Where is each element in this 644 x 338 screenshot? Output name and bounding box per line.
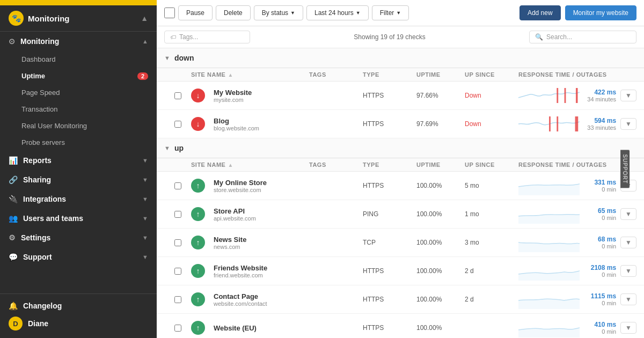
col-site-name-up[interactable]: SITE NAME ▲ [191,161,309,168]
response-cell: 65 ms 0 min ▼ [518,204,636,224]
status-icon-down: ↓ [191,89,205,102]
row-action-btn[interactable]: ▼ [620,90,636,101]
filter-button[interactable]: Filter ▼ [372,5,409,20]
row-action-btn[interactable]: ▼ [620,208,636,220]
sidebar-group-users-teams[interactable]: 👥 Users and teams ▼ [0,209,157,228]
response-min: 0 min [584,186,616,193]
response-cell: 1115 ms 0 min ▼ [518,290,636,309]
site-url: website.com/contact [214,300,267,307]
table-row: ↑ News Site news.com TCP 100.00% 3 mo 68… [157,229,644,257]
response-ms: 410 ms [584,321,616,328]
col-uptime: 97.69% [416,120,465,128]
sidebar-item-uptime[interactable]: Uptime 2 [0,68,157,84]
select-all-checkbox[interactable] [164,8,175,18]
col-up-since: Down [465,120,518,128]
search-icon: 🔍 [535,33,543,41]
tag-icon: 🏷 [170,34,176,40]
row-action-btn[interactable]: ▼ [620,237,636,248]
sidebar-group-support[interactable]: 💬 Support ▼ [0,247,157,267]
status-icon-up: ↑ [191,179,205,193]
chart-mini-friendswebsite [518,261,580,281]
monitoring-label: Monitoring [20,37,59,46]
sidebar-group-sharing[interactable]: 🔗 Sharing ▼ [0,170,157,189]
status-icon-up: ↑ [191,236,205,249]
row-action-btn[interactable]: ▼ [620,118,636,130]
site-url: store.website.com [214,187,267,193]
response-min: 33 minutes [584,124,616,131]
site-info-websiteu: Website (EU) [209,324,257,332]
row-checkbox-contactpage[interactable] [164,296,191,303]
sidebar-group-monitoring[interactable]: ⊙ Monitoring ▲ [0,32,157,51]
row-checkbox-newssite[interactable] [164,239,191,246]
add-new-button[interactable]: Add new [519,5,561,20]
col-site-name[interactable]: SITE NAME ▲ [191,71,309,78]
response-min: 0 min [584,215,616,221]
row-action-btn[interactable]: ▼ [620,293,636,305]
response-info: 422 ms 34 minutes [584,89,616,102]
last-24h-button[interactable]: Last 24 hours ▼ [306,5,369,20]
pause-button[interactable]: Pause [178,5,213,20]
users-teams-label: Users and teams [23,214,83,223]
row-checkbox-websiteu[interactable] [164,325,191,332]
up-section-toggle[interactable]: ▼ [164,145,170,151]
site-cell-mywebsite: ↓ My Website mysite.com [191,89,309,103]
up-section-header: ▼ up [157,138,644,158]
sidebar-group-settings[interactable]: ⚙ Settings ▼ [0,228,157,247]
response-ms: 594 ms [584,117,616,124]
row-checkbox-storeapi[interactable] [164,211,191,218]
down-col-headers: SITE NAME ▲ TAGS TYPE UPTIME UP SINCE RE… [157,68,644,82]
response-ms: 68 ms [584,236,616,243]
site-cell-newssite: ↑ News Site news.com [191,236,309,250]
col-up-since: 2 d [465,296,518,303]
row-checkbox-mywebsite[interactable] [164,92,191,99]
sidebar-item-probe-servers[interactable]: Probe servers [0,134,157,151]
search-input[interactable]: 🔍 Search... [529,31,636,43]
search-placeholder: Search... [546,33,572,41]
response-cell: 422 ms 34 minutes ▼ [518,86,636,105]
sidebar-header-bar [0,0,157,5]
site-name: Friends Website [214,264,267,272]
site-info-storeapi: Store API api.website.com [209,207,256,222]
site-info-mywebsite: My Website mysite.com [209,89,252,103]
changelog-item[interactable]: 🔔 Changelog [0,298,157,313]
site-cell-storeapi: ↑ Store API api.website.com [191,207,309,222]
sidebar-item-page-speed[interactable]: Page Speed [0,84,157,101]
col-type: HTTPS [363,267,416,275]
site-url: api.website.com [214,215,256,222]
row-action-btn[interactable]: ▼ [620,265,636,277]
showing-text: Showing 19 of 19 checks [354,33,425,41]
site-url: friend.website.com [214,272,267,278]
sharing-label: Sharing [23,175,51,184]
row-checkbox-blog[interactable] [164,121,191,128]
site-name: My Website [214,89,252,97]
monitor-website-button[interactable]: Monitor my website [565,5,636,20]
site-name: News Site [214,236,246,244]
status-icon-up: ↑ [191,292,205,306]
row-action-btn[interactable]: ▼ [620,322,636,334]
sidebar-collapse-icon[interactable]: ▲ [141,14,148,23]
down-section-toggle[interactable]: ▼ [164,55,170,61]
up-col-headers: SITE NAME ▲ TAGS TYPE UPTIME UP SINCE RE… [157,158,644,172]
sidebar-logo: 🐾 Monitoring ▲ [0,5,157,32]
sidebar-item-transaction[interactable]: Transaction [0,101,157,117]
sidebar-item-dashboard[interactable]: Dashboard [0,51,157,68]
tags-input[interactable]: 🏷 Tags... [164,31,250,43]
table-row: ↑ Contact Page website.com/contact HTTPS… [157,285,644,314]
col-up-since: 2 d [465,267,518,275]
chart-mini-storeapi [518,204,580,224]
delete-button[interactable]: Delete [216,5,251,20]
row-checkbox-friendswebsite[interactable] [164,268,191,275]
row-checkbox-myonlinestore[interactable] [164,182,191,189]
settings-icon: ⚙ [9,233,16,242]
site-info-myonlinestore: My Online Store store.website.com [209,179,267,193]
sidebar-item-real-user-monitoring[interactable]: Real User Monitoring [0,117,157,134]
sharing-icon: 🔗 [9,175,18,184]
support-tab[interactable]: SUPPORT [620,150,630,188]
by-status-button[interactable]: By status ▼ [254,5,303,20]
response-info: 594 ms 33 minutes [584,117,616,131]
sidebar-group-reports[interactable]: 📊 Reports ▼ [0,151,157,170]
sidebar-group-integrations[interactable]: 🔌 Integrations ▼ [0,189,157,209]
monitoring-chevron: ▲ [142,38,148,45]
col-type: PING [363,210,416,218]
user-item[interactable]: D Diane [0,313,157,334]
